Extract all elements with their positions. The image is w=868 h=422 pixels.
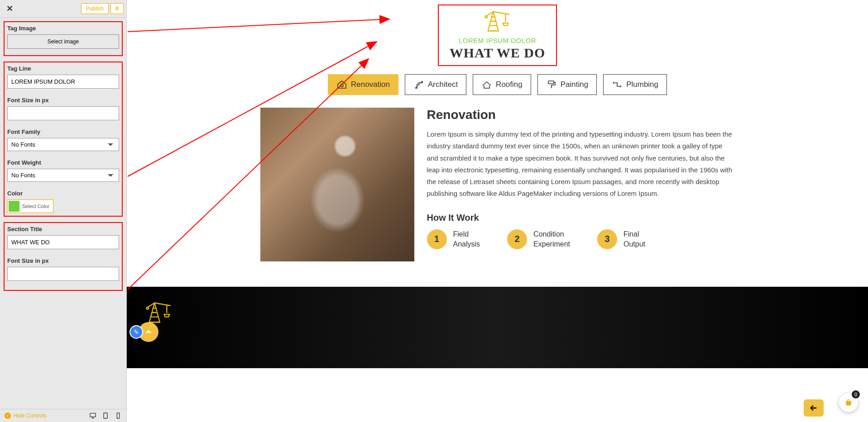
dark-section	[127, 287, 868, 368]
color-button-label: Select Color	[22, 204, 52, 209]
svg-rect-2	[117, 413, 119, 418]
cart-badge: 0	[852, 390, 860, 398]
gear-icon: ⚙	[115, 5, 120, 12]
pencil-icon: ✎	[134, 328, 139, 336]
step-label: FieldAnalysis	[453, 229, 480, 250]
color-picker-tagline[interactable]: Select Color	[7, 199, 53, 213]
svg-point-4	[340, 84, 343, 87]
content-text: Renovation Lorem Ipsum is simply dummy t…	[427, 108, 735, 261]
tablet-icon[interactable]	[102, 412, 109, 419]
hero-section: LOREM IPSUM DOLOR WHAT WE DO Renovation …	[127, 0, 868, 368]
crane-icon	[484, 8, 512, 34]
desktop-icon[interactable]	[89, 412, 96, 419]
label-sectiontitle-fontsize: Font Size in px	[7, 257, 119, 264]
section-edit-controls: ✎	[129, 322, 158, 342]
preview-tag-line: LOREM IPSUM DOLOR	[450, 37, 546, 44]
publish-button[interactable]: Publish	[81, 3, 109, 14]
paint-icon	[546, 79, 557, 90]
step-label: FinalOutput	[623, 229, 645, 250]
input-tagline-fontsize[interactable]	[7, 106, 119, 120]
sidebar-footer: ‹ Hide Controls	[0, 409, 126, 422]
step-1: 1 FieldAnalysis	[427, 229, 480, 250]
step-label: ConditionExperiment	[533, 229, 570, 250]
label-tagline-fontfamily: Font Family	[7, 128, 119, 135]
tab-renovation[interactable]: Renovation	[328, 74, 398, 95]
customizer-sidebar: ✕ Publish ⚙ Tag Image Select image Tag L…	[0, 0, 127, 422]
tab-label: Architect	[428, 80, 458, 89]
step-2: 2 ConditionExperiment	[507, 229, 570, 250]
hero-highlight-box: LOREM IPSUM DOLOR WHAT WE DO	[438, 5, 557, 66]
select-image-button[interactable]: Select image	[7, 34, 119, 49]
content-image	[260, 108, 414, 261]
house-icon	[336, 79, 347, 90]
content-paragraph: Lorem Ipsum is simply dummy text of the …	[427, 128, 735, 200]
tab-label: Roofing	[496, 80, 523, 89]
select-tagline-fontweight[interactable]: No Fonts	[7, 169, 119, 182]
preview-section-title: WHAT WE DO	[450, 45, 546, 61]
chevron-left-icon: ‹	[5, 413, 11, 419]
svg-rect-0	[90, 413, 96, 417]
svg-point-6	[146, 307, 149, 309]
sidebar-header: ✕ Publish ⚙	[0, 0, 126, 18]
header-actions: Publish ⚙	[81, 3, 124, 14]
cart-button[interactable]: 0	[839, 393, 858, 412]
label-tagline-color: Color	[7, 190, 119, 197]
ruler-icon	[413, 79, 424, 90]
tab-roofing[interactable]: Roofing	[473, 74, 531, 95]
svg-point-3	[485, 16, 487, 18]
label-section-title: Section Title	[7, 226, 119, 232]
chevron-up-icon	[144, 327, 153, 337]
edit-section-button[interactable]: ✎	[129, 325, 143, 339]
label-tagline-fontweight: Font Weight	[7, 159, 119, 166]
pipe-icon	[612, 79, 623, 90]
step-number: 1	[427, 229, 447, 249]
label-tag-image: Tag Image	[7, 25, 119, 32]
tab-architect[interactable]: Architect	[405, 74, 466, 95]
step-number: 2	[507, 229, 527, 249]
tab-label: Plumbing	[626, 80, 658, 89]
sidebar-body: Tag Image Select image Tag Line Font Siz…	[0, 18, 126, 409]
tab-painting[interactable]: Painting	[537, 74, 597, 95]
step-3: 3 FinalOutput	[597, 229, 645, 250]
settings-button[interactable]: ⚙	[110, 3, 124, 14]
steps-row: 1 FieldAnalysis 2 ConditionExperiment 3 …	[427, 229, 735, 250]
back-button[interactable]	[804, 399, 824, 417]
label-tag-line: Tag Line	[7, 65, 119, 72]
step-number: 3	[597, 229, 617, 249]
tab-label: Renovation	[351, 80, 390, 89]
basket-icon	[844, 398, 854, 408]
svg-rect-1	[104, 413, 107, 418]
service-tabs: Renovation Architect Roofing Painting Pl…	[127, 74, 868, 95]
preview-area: LOREM IPSUM DOLOR WHAT WE DO Renovation …	[127, 0, 868, 422]
panel-section-title: Section Title Font Size in px	[4, 222, 123, 291]
device-switcher	[89, 412, 122, 419]
hide-controls-button[interactable]: ‹ Hide Controls	[5, 413, 47, 419]
input-section-title[interactable]	[7, 235, 119, 249]
label-tagline-fontsize: Font Size in px	[7, 97, 119, 104]
content-row: Renovation Lorem Ipsum is simply dummy t…	[253, 108, 742, 261]
close-button[interactable]: ✕	[3, 2, 17, 15]
content-heading: Renovation	[427, 108, 735, 122]
input-tag-line[interactable]	[7, 75, 119, 89]
color-swatch	[9, 201, 19, 212]
input-sectiontitle-fontsize[interactable]	[7, 267, 119, 281]
mobile-icon[interactable]	[115, 412, 122, 419]
arrow-left-icon	[809, 403, 819, 413]
select-tagline-fontfamily[interactable]: No Fonts	[7, 138, 119, 151]
tab-label: Painting	[561, 80, 588, 89]
panel-tag-line: Tag Line Font Size in px Font Family No …	[4, 62, 123, 217]
how-it-works-title: How It Work	[427, 213, 735, 223]
tab-plumbing[interactable]: Plumbing	[603, 74, 667, 95]
svg-rect-5	[548, 81, 554, 84]
panel-tag-image: Tag Image Select image	[4, 21, 123, 56]
hide-controls-label: Hide Controls	[14, 413, 47, 419]
roof-icon	[481, 79, 492, 90]
